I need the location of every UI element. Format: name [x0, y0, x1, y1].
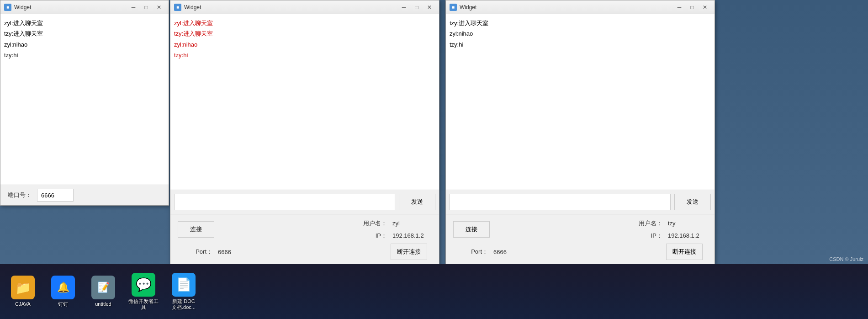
client2-msg-2: zyl:nihao: [450, 28, 711, 39]
taskbar-item-cjava[interactable]: 📁 CJAVA: [5, 269, 41, 314]
client2-window-title: Widget: [460, 4, 671, 11]
server-minimize-button[interactable]: ─: [127, 2, 139, 12]
server-msg-4: tzy:hi: [4, 50, 165, 60]
client1-body: zyl:进入聊天室 tzy:进入聊天室 zyl:nihao tzy:hi 发送 …: [170, 14, 439, 265]
client1-msg-1: zyl:进入聊天室: [174, 18, 435, 28]
server-msg-3: zyl:nihao: [4, 39, 165, 50]
client2-minimize-button[interactable]: ─: [673, 2, 685, 12]
taskbar: 📁 CJAVA 🔔 钉钉 📝 untitled 💬 微信开发者工具 📄 新建 D…: [0, 264, 868, 319]
client2-disconnect-button[interactable]: 断开连接: [666, 244, 703, 260]
taskbar-label-cjava: CJAVA: [15, 301, 31, 307]
wechat-dev-icon: 💬: [132, 273, 155, 297]
dingtalk-icon: 🔔: [51, 276, 75, 299]
client1-port-value: 6666: [216, 248, 389, 256]
server-body: zyl:进入聊天室 tzy:进入聊天室 zyl:nihao tzy:hi 端口号…: [0, 14, 169, 205]
client2-titlebar: ■ Widget ─ □ ✕: [446, 0, 715, 14]
client1-titlebar: ■ Widget ─ □ ✕: [170, 0, 439, 14]
client2-username-value: tzy: [666, 219, 707, 228]
client2-window-controls: ─ □ ✕: [673, 2, 711, 12]
client2-send-row: 发送: [446, 190, 715, 214]
client1-window-title: Widget: [184, 4, 395, 11]
client1-msg-4: tzy:hi: [174, 50, 435, 60]
client2-chat-area: tzy:进入聊天室 zyl:nihao tzy:hi: [446, 14, 715, 190]
client1-msg-2: tzy:进入聊天室: [174, 28, 435, 39]
client1-msg-3: zyl:nihao: [174, 39, 435, 50]
client1-window: ■ Widget ─ □ ✕ zyl:进入聊天室 tzy:进入聊天室 zyl:n…: [170, 0, 439, 265]
server-chat-area: zyl:进入聊天室 tzy:进入聊天室 zyl:nihao tzy:hi: [0, 14, 169, 185]
server-window-title: Widget: [14, 4, 125, 11]
client1-ip-value: 192.168.1.2: [391, 231, 432, 240]
client1-message-input[interactable]: [174, 194, 395, 210]
client2-port-value: 6666: [492, 248, 664, 256]
taskbar-item-newdoc[interactable]: 📄 新建 DOC文档.doc...: [165, 269, 202, 314]
client2-port-label: Port：: [453, 248, 490, 256]
client1-minimize-button[interactable]: ─: [398, 2, 410, 12]
server-msg-2: tzy:进入聊天室: [4, 28, 165, 39]
client1-port-label: Port：: [178, 248, 214, 256]
taskbar-item-dingtalk[interactable]: 🔔 钉钉: [45, 269, 81, 314]
server-close-button[interactable]: ✕: [153, 2, 165, 12]
port-label: 端口号：: [8, 191, 32, 199]
client2-body: tzy:进入聊天室 zyl:nihao tzy:hi 发送 用户名： tzy 连…: [446, 14, 715, 265]
client1-username-label: 用户名：: [216, 219, 389, 228]
folder-icon-cjava: 📁: [11, 276, 35, 299]
client1-connect-button[interactable]: 连接: [178, 221, 214, 238]
csdn-watermark: CSDN © Juruiz: [829, 256, 863, 262]
client2-username-label: 用户名：: [492, 219, 664, 228]
client1-maximize-button[interactable]: □: [411, 2, 423, 12]
client1-send-row: 发送: [170, 190, 439, 214]
taskbar-item-untitled[interactable]: 📝 untitled: [85, 269, 122, 314]
client2-connect-button[interactable]: 连接: [453, 221, 490, 238]
client1-window-controls: ─ □ ✕: [398, 2, 435, 12]
client2-msg-1: tzy:进入聊天室: [450, 18, 711, 28]
server-msg-1: zyl:进入聊天室: [4, 18, 165, 28]
server-port-panel: 端口号：: [0, 185, 169, 205]
client1-chat-area: zyl:进入聊天室 tzy:进入聊天室 zyl:nihao tzy:hi: [170, 14, 439, 190]
server-window: ■ Widget ─ □ ✕ zyl:进入聊天室 tzy:进入聊天室 zyl:n…: [0, 0, 169, 206]
client2-close-button[interactable]: ✕: [699, 2, 711, 12]
client2-ip-label: IP：: [492, 232, 664, 240]
client1-ip-label: IP：: [216, 232, 389, 240]
server-maximize-button[interactable]: □: [140, 2, 152, 12]
client2-maximize-button[interactable]: □: [686, 2, 698, 12]
port-input[interactable]: [37, 189, 74, 202]
client2-message-input[interactable]: [450, 194, 671, 210]
newdoc-icon: 📄: [172, 273, 196, 297]
taskbar-label-dingtalk: 钉钉: [58, 301, 68, 307]
client2-window: ■ Widget ─ □ ✕ tzy:进入聊天室 zyl:nihao tzy:h…: [445, 0, 715, 265]
client2-msg-3: tzy:hi: [450, 39, 711, 50]
client2-ip-value: 192.168.1.2: [666, 231, 707, 240]
client1-disconnect-button[interactable]: 断开连接: [391, 244, 427, 260]
client2-send-button[interactable]: 发送: [674, 194, 711, 210]
client1-send-button[interactable]: 发送: [399, 194, 435, 210]
taskbar-label-newdoc: 新建 DOC文档.doc...: [172, 298, 196, 310]
taskbar-item-wechat-dev[interactable]: 💬 微信开发者工具: [125, 269, 162, 314]
server-window-controls: ─ □ ✕: [127, 2, 165, 12]
client1-window-icon: ■: [174, 4, 181, 11]
taskbar-label-wechat-dev: 微信开发者工具: [128, 298, 159, 310]
client1-close-button[interactable]: ✕: [423, 2, 435, 12]
client2-window-icon: ■: [450, 4, 457, 11]
server-window-icon: ■: [4, 4, 11, 11]
untitled-icon: 📝: [91, 276, 115, 299]
client1-username-value: zyl: [391, 219, 432, 228]
taskbar-label-untitled: untitled: [95, 301, 111, 307]
server-titlebar: ■ Widget ─ □ ✕: [0, 0, 169, 14]
